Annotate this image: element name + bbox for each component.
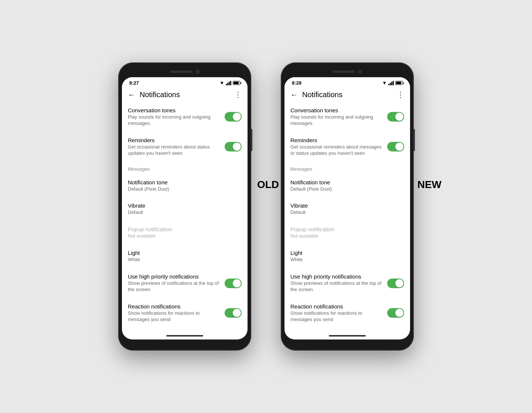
old-high-priority-desc: Show previews of notifications at the to…: [128, 280, 220, 293]
new-app-header: ← Notifications ⋮: [284, 87, 410, 102]
old-more-button[interactable]: ⋮: [234, 90, 242, 99]
old-phone: 8:27 ▼ ← Not: [118, 62, 251, 351]
old-header-left: ← Notifications: [128, 91, 180, 99]
new-reaction-desc: Show notifications for reactions to mess…: [290, 310, 383, 323]
old-home-bar: [166, 335, 203, 337]
new-status-bar: 8:28 ▼: [284, 77, 410, 87]
new-header-left: ← Notifications: [290, 91, 342, 99]
old-popup-desc: Not available: [128, 233, 237, 239]
new-wifi-icon: ▼: [382, 80, 387, 86]
old-conversation-tones-item[interactable]: Conversation tones Play sounds for incom…: [122, 102, 248, 132]
new-notification-tone-title: Notification tone: [290, 179, 400, 185]
battery-icon: [233, 81, 240, 85]
speaker: [170, 71, 192, 73]
new-notch-area: [284, 66, 410, 77]
new-phone-container: 8:28 ▼ ← Not: [281, 62, 414, 351]
new-reaction-toggle[interactable]: [387, 308, 404, 318]
old-settings-content: Conversation tones Play sounds for incom…: [122, 102, 248, 332]
new-reaction-item[interactable]: Reaction notifications Show notification…: [284, 298, 410, 328]
new-high-priority-toggle[interactable]: [387, 279, 404, 288]
old-vibrate-title: Vibrate: [128, 202, 237, 209]
new-reminders-toggle[interactable]: [387, 142, 404, 151]
old-reminders-toggle[interactable]: [225, 142, 242, 151]
old-popup-title: Popup notification: [128, 226, 237, 232]
new-home-bar: [329, 335, 366, 337]
old-conversation-tones-desc: Play sounds for incoming and outgoing me…: [128, 114, 220, 127]
camera: [196, 70, 200, 74]
new-high-priority-item[interactable]: Use high priority notifications Show pre…: [284, 268, 410, 298]
new-messages-section: Messages: [284, 162, 410, 174]
new-reminders-desc: Get occasional reminders about messages …: [290, 144, 383, 157]
new-vibrate-item[interactable]: Vibrate Default: [284, 197, 410, 221]
old-header-title: Notifications: [140, 91, 180, 99]
old-notification-tone-item[interactable]: Notification tone Default (Pixie Dust): [122, 174, 248, 198]
old-reaction-item[interactable]: Reaction notifications Show notification…: [122, 298, 248, 328]
new-popup-title: Popup notification: [290, 226, 400, 232]
new-notification-tone-desc: Default (Pixie Dust): [290, 186, 400, 192]
old-messages-section: Messages: [122, 162, 248, 174]
new-conversation-tones-title: Conversation tones: [290, 107, 383, 113]
new-popup-item: Popup notification Not available: [284, 221, 410, 245]
old-reminders-title: Reminders: [128, 137, 220, 143]
new-back-button[interactable]: ←: [290, 91, 298, 99]
new-high-priority-desc: Show previews of notifications at the to…: [290, 280, 383, 293]
old-back-button[interactable]: ←: [128, 91, 135, 99]
old-status-time: 8:27: [129, 80, 139, 86]
new-phone-screen: 8:28 ▼ ← Not: [284, 77, 410, 339]
old-phone-container: 8:27 ▼ ← Not: [118, 62, 251, 351]
old-light-title: Light: [128, 250, 237, 256]
old-app-header: ← Notifications ⋮: [122, 87, 248, 102]
new-status-time: 8:28: [292, 80, 301, 86]
old-reaction-title: Reaction notifications: [128, 303, 220, 310]
old-notification-tone-title: Notification tone: [128, 179, 237, 185]
old-status-bar: 8:27 ▼: [122, 77, 248, 87]
new-more-button[interactable]: ⋮: [397, 90, 404, 99]
new-reaction-title: Reaction notifications: [290, 303, 383, 310]
old-reaction-desc: Show notifications for reactions to mess…: [128, 310, 220, 323]
old-badge: OLD: [257, 179, 279, 191]
old-status-icons: ▼: [219, 80, 240, 86]
new-light-title: Light: [290, 250, 400, 256]
new-light-desc: White: [290, 257, 400, 263]
old-light-desc: White: [128, 257, 237, 263]
new-conversation-tones-item[interactable]: Conversation tones Play sounds for incom…: [284, 102, 410, 132]
new-badge: NEW: [417, 179, 441, 191]
old-vibrate-desc: Default: [128, 209, 237, 216]
new-battery-icon: [395, 81, 403, 85]
new-conversation-tones-toggle[interactable]: [387, 112, 404, 122]
old-popup-item: Popup notification Not available: [122, 221, 248, 245]
old-reminders-item[interactable]: Reminders Get occasional reminders about…: [122, 132, 248, 162]
old-light-item[interactable]: Light White: [122, 245, 248, 268]
new-camera: [358, 70, 362, 74]
new-light-item[interactable]: Light White: [284, 245, 410, 268]
old-reaction-toggle[interactable]: [225, 308, 242, 318]
old-conversation-tones-title: Conversation tones: [128, 107, 220, 113]
new-reminders-title: Reminders: [290, 137, 383, 143]
old-vibrate-item[interactable]: Vibrate Default: [122, 197, 248, 221]
new-header-title: Notifications: [302, 91, 342, 99]
new-status-icons: ▼: [382, 80, 403, 86]
old-home-bar-area: [122, 332, 248, 339]
old-phone-screen: 8:27 ▼ ← Not: [122, 77, 248, 339]
new-reminders-item[interactable]: Reminders Get occasional reminders about…: [284, 132, 410, 162]
new-settings-content: Conversation tones Play sounds for incom…: [284, 102, 410, 332]
new-notification-tone-item[interactable]: Notification tone Default (Pixie Dust): [284, 174, 410, 198]
new-signal-icon: [388, 81, 394, 85]
notch-area: [122, 66, 248, 77]
old-reminders-desc: Get occasional reminders about status up…: [128, 144, 220, 157]
old-conversation-tones-toggle[interactable]: [225, 112, 242, 122]
new-vibrate-title: Vibrate: [290, 202, 400, 209]
wifi-icon: ▼: [219, 80, 224, 86]
old-high-priority-title: Use high priority notifications: [128, 273, 220, 280]
old-high-priority-item[interactable]: Use high priority notifications Show pre…: [122, 268, 248, 298]
new-vibrate-desc: Default: [290, 209, 400, 216]
old-notification-tone-desc: Default (Pixie Dust): [128, 186, 237, 192]
signal-icon: [226, 81, 231, 85]
old-high-priority-toggle[interactable]: [225, 279, 242, 288]
side-button: [251, 129, 252, 151]
new-phone: 8:28 ▼ ← Not: [281, 62, 414, 351]
new-home-bar-area: [284, 332, 410, 339]
new-speaker: [332, 71, 355, 73]
new-conversation-tones-desc: Play sounds for incoming and outgoing me…: [290, 114, 383, 127]
new-side-button: [414, 129, 415, 151]
